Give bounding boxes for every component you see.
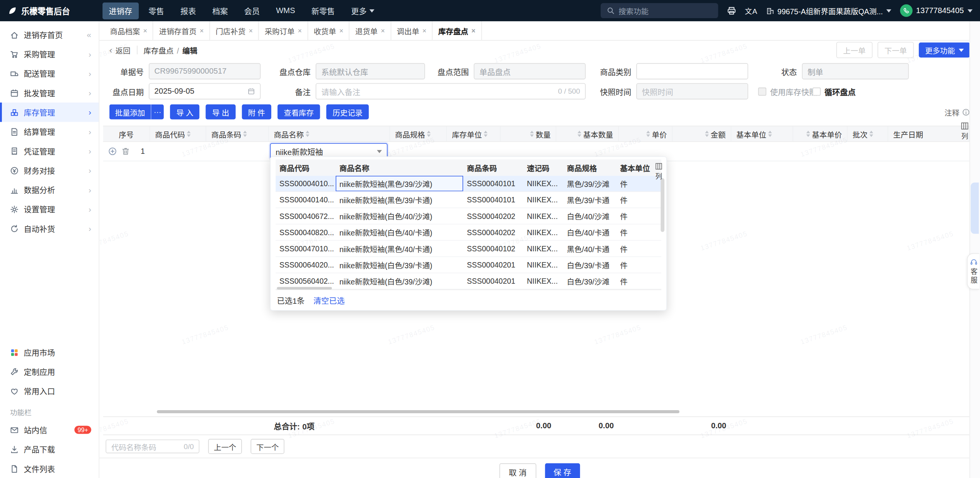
tab[interactable]: 门店补货× — [210, 21, 259, 40]
dropdown-scrollbar[interactable] — [661, 178, 664, 232]
collapse-sidebar-icon[interactable]: « — [87, 30, 91, 39]
annotation-toggle[interactable]: 注释 — [945, 107, 970, 118]
column-header[interactable]: 商品条码 — [206, 126, 269, 141]
prev-doc-button[interactable]: 上一单 — [836, 42, 872, 58]
dropdown-horizontal-scrollbar[interactable] — [277, 287, 332, 289]
sidebar-item[interactable]: 采购管理› — [0, 44, 99, 64]
tab[interactable]: 进销存首页× — [153, 21, 210, 40]
global-search-input[interactable]: 搜索功能 — [600, 3, 718, 18]
cancel-button[interactable]: 取 消 — [499, 463, 536, 478]
column-settings-button[interactable]: 列 — [961, 122, 969, 141]
sidebar-item[interactable]: 数据分析› — [0, 180, 99, 199]
column-settings-button[interactable]: 列 — [655, 163, 662, 181]
dropdown-row[interactable]: SSS00040672...niike新款短袖(白色/40/沙滩)SSS0004… — [276, 208, 661, 224]
bulk-add-more-icon[interactable]: ··· — [151, 104, 164, 120]
remark-input[interactable]: 请输入备注 0 / 500 — [316, 83, 586, 99]
column-header[interactable]: 金额 — [672, 126, 731, 141]
count-date-input[interactable]: 2025-09-05 — [149, 83, 261, 99]
close-tab-icon[interactable]: × — [249, 27, 252, 34]
next-item-button[interactable]: 下一个 — [250, 439, 284, 454]
use-snapshot-checkbox[interactable]: 使用库存快照 — [758, 83, 817, 99]
sidebar-item[interactable]: 结算管理› — [0, 122, 99, 141]
top-nav-item[interactable]: 新零售 — [305, 2, 341, 19]
sidebar-item[interactable]: 进销存首页« — [0, 25, 99, 44]
dropdown-row[interactable]: SSS00560402...niike新款短袖(白色/39/沙滩)SSS0004… — [276, 273, 661, 289]
translate-icon[interactable]: 文A — [745, 6, 758, 16]
printer-icon[interactable] — [727, 6, 736, 15]
side-panel-handle[interactable] — [971, 183, 979, 234]
more-functions-button[interactable]: 更多功能 — [919, 42, 970, 57]
toolbar-button[interactable]: 导 出 — [206, 104, 235, 120]
column-header[interactable]: 商品代码 — [150, 126, 206, 141]
dropdown-row[interactable]: SSS00047010...niike新款短袖(黑色/40/卡通)SSS0004… — [276, 241, 661, 257]
toolbar-button[interactable]: 附 件 — [242, 104, 271, 120]
sidebar-item[interactable]: 自动补货› — [0, 219, 99, 238]
tab[interactable]: 采购订单× — [259, 21, 308, 40]
delete-row-icon[interactable] — [121, 147, 130, 156]
sidebar-item[interactable]: 财务对接› — [0, 161, 99, 180]
cycle-count-checkbox[interactable]: 循环盘点 — [812, 83, 856, 99]
doc-no-input[interactable]: CR99675990000517 — [149, 63, 261, 79]
tab[interactable]: 调出单× — [391, 21, 433, 40]
tab[interactable]: 收货单× — [308, 21, 350, 40]
close-tab-icon[interactable]: × — [471, 27, 475, 34]
add-row-icon[interactable] — [108, 147, 117, 156]
dropdown-row[interactable]: SSS00064020...niike新款短袖(白色/39/卡通)SSS0004… — [276, 257, 661, 273]
category-input[interactable] — [636, 63, 748, 79]
top-nav-item[interactable]: 档案 — [206, 2, 234, 19]
close-tab-icon[interactable]: × — [422, 27, 426, 34]
org-switcher[interactable]: 99675-A组新界面果蔬版QA测... — [766, 5, 891, 16]
sidebar-item[interactable]: 设置管理› — [0, 199, 99, 219]
prev-item-button[interactable]: 上一个 — [208, 439, 242, 454]
column-header[interactable]: 基本单位 — [731, 126, 793, 141]
top-nav-item[interactable]: 会员 — [238, 2, 266, 19]
dropdown-row[interactable]: SSS00004010...niike新款短袖(黑色/39/沙滩)SSS0004… — [276, 176, 661, 192]
column-header[interactable]: 库存单位 — [447, 126, 501, 141]
dropdown-row[interactable]: SSS00040820...niike新款短袖(白色/40/卡通)SSS0004… — [276, 224, 661, 241]
sidebar-item[interactable]: 定制应用 — [0, 362, 99, 381]
close-tab-icon[interactable]: × — [200, 27, 203, 34]
column-header[interactable]: 基本单价 — [793, 126, 847, 141]
close-tab-icon[interactable]: × — [339, 27, 343, 34]
back-button[interactable]: ‹ 返回 — [109, 45, 131, 56]
sidebar-item[interactable]: 常用入口 — [0, 381, 99, 401]
close-tab-icon[interactable]: × — [298, 27, 302, 34]
close-tab-icon[interactable]: × — [381, 27, 385, 34]
warehouse-input[interactable]: 系统默认仓库 — [316, 63, 425, 79]
dropdown-row[interactable]: SSS00040140...niike新款短袖(黑色/39/卡通)SSS0004… — [276, 192, 661, 208]
sidebar-item[interactable]: 站内信99+ — [0, 420, 99, 439]
tab[interactable]: 库存盘点× — [433, 21, 482, 40]
status-input[interactable]: 制单 — [802, 63, 909, 79]
column-header[interactable]: 单价 — [619, 126, 672, 141]
bulk-add-button[interactable]: 批量添加 — [109, 104, 151, 120]
tab[interactable]: 退货单× — [350, 21, 391, 40]
toolbar-button[interactable]: 查看库存 — [277, 104, 320, 120]
top-nav-item[interactable]: WMS — [270, 2, 301, 19]
sidebar-item[interactable]: 产品下载 — [0, 439, 99, 459]
sidebar-item[interactable]: 凭证管理› — [0, 141, 99, 161]
sidebar-item[interactable]: 应用市场 — [0, 343, 99, 362]
column-header[interactable]: 商品名称 — [269, 126, 390, 141]
column-header[interactable]: 基本数量 — [556, 126, 619, 141]
clear-selection-link[interactable]: 清空已选 — [313, 294, 345, 306]
user-menu[interactable]: 13777845405 — [900, 4, 973, 17]
column-header[interactable]: 批次 — [847, 126, 888, 141]
toolbar-button[interactable]: 历史记录 — [326, 104, 369, 120]
top-nav-item[interactable]: 进销存 — [103, 2, 138, 19]
top-nav-item[interactable]: 零售 — [142, 2, 170, 19]
next-doc-button[interactable]: 下一单 — [877, 42, 914, 58]
column-header[interactable]: 数量 — [501, 126, 556, 141]
save-button[interactable]: 保 存 — [545, 463, 580, 478]
sidebar-item[interactable]: 批发管理› — [0, 83, 99, 103]
top-nav-item[interactable]: 更多 — [345, 2, 380, 19]
snapshot-time-input[interactable]: 快照时间 — [636, 83, 748, 99]
code-name-barcode-input[interactable]: 代码名称条码 0/0 — [106, 439, 199, 453]
customer-service-tab[interactable]: 客服 — [967, 253, 979, 289]
top-nav-item[interactable]: 报表 — [174, 2, 202, 19]
horizontal-scrollbar[interactable] — [157, 410, 679, 413]
sidebar-item[interactable]: 文件列表 — [0, 459, 99, 478]
close-tab-icon[interactable]: × — [143, 27, 147, 34]
sidebar-item[interactable]: 库存管理› — [0, 103, 99, 122]
sidebar-item[interactable]: 配送管理› — [0, 64, 99, 83]
scope-input[interactable]: 单品盘点 — [474, 63, 585, 79]
